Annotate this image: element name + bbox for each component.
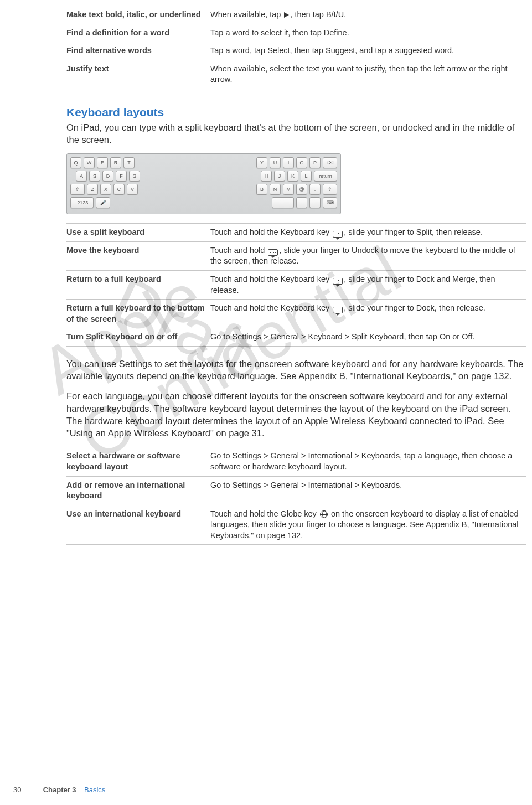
- key: L: [301, 171, 312, 182]
- keyboard-layout-table: Select a hardware or software keyboard l…: [66, 447, 526, 545]
- key: Z: [87, 184, 98, 195]
- keyboard-icon: [268, 249, 278, 256]
- key: G: [129, 171, 140, 182]
- row-label: Select a hardware or software keyboard l…: [66, 447, 210, 476]
- row-label: Return a full keyboard to the bottom of …: [66, 300, 210, 328]
- row-value: Go to Settings > General > International…: [210, 447, 526, 476]
- body-paragraph: For each language, you can choose differ…: [66, 390, 526, 439]
- row-label: Find a definition for a word: [66, 24, 210, 42]
- table-row: Add or remove an international keyboard …: [66, 476, 526, 505]
- split-keyboard-figure: QWERTASDFG⇧ZXCV.?123🎤 YUIOP⌫HJKLreturnBN…: [66, 153, 526, 214]
- table-row: Find a definition for a word Tap a word …: [66, 24, 526, 42]
- key: W: [84, 157, 95, 168]
- table-row: Use a split keyboard Touch and hold the …: [66, 224, 526, 242]
- row-label: Move the keyboard: [66, 241, 210, 270]
- row-value: Touch and hold , slide your finger to Un…: [210, 241, 526, 270]
- row-label: Justify text: [66, 60, 210, 89]
- row-value: Go to Settings > General > International…: [210, 476, 526, 505]
- body-paragraph: You can use Settings to set the layouts …: [66, 358, 526, 383]
- key: P: [309, 157, 321, 168]
- key: K: [287, 171, 298, 182]
- keyboard-icon: [333, 231, 343, 238]
- chapter-title: Basics: [84, 786, 105, 794]
- key: ⌫: [323, 157, 337, 168]
- key: H: [261, 171, 272, 182]
- table-row: Make text bold, italic, or underlined Wh…: [66, 6, 526, 24]
- key: N: [270, 184, 281, 195]
- page-footer: 30 Chapter 3 Basics: [13, 786, 105, 794]
- intro-paragraph: On iPad, you can type with a split keybo…: [66, 121, 526, 146]
- key: F: [116, 171, 127, 182]
- key: _: [296, 197, 307, 208]
- key: J: [274, 171, 285, 182]
- key: @: [296, 184, 307, 195]
- key: T: [123, 157, 135, 168]
- key: Y: [256, 157, 267, 168]
- table-row: Use an international keyboard Touch and …: [66, 505, 526, 545]
- key: Q: [70, 157, 81, 168]
- table-row: Return a full keyboard to the bottom of …: [66, 300, 526, 328]
- row-value: When available, tap , then tap B/I/U.: [210, 6, 526, 24]
- page-number: 30: [13, 786, 41, 794]
- key: D: [102, 171, 113, 182]
- table-row: Move the keyboard Touch and hold , slide…: [66, 241, 526, 270]
- row-label: Make text bold, italic, or underlined: [66, 6, 210, 24]
- play-triangle-icon: [284, 12, 289, 18]
- row-value: Touch and hold the Keyboard key , slide …: [210, 224, 526, 242]
- table-row: Justify text When available, select the …: [66, 60, 526, 89]
- key: -: [309, 197, 321, 208]
- row-value: When available, select the text you want…: [210, 60, 526, 89]
- key: O: [296, 157, 307, 168]
- row-value: Tap a word to select it, then tap Define…: [210, 24, 526, 42]
- row-value: Tap a word, tap Select, then tap Suggest…: [210, 42, 526, 60]
- key: I: [283, 157, 294, 168]
- key: ⇧: [70, 184, 85, 195]
- section-heading: Keyboard layouts: [66, 106, 526, 119]
- row-value: Touch and hold the Globe key on the onsc…: [210, 505, 526, 545]
- row-label: Add or remove an international keyboard: [66, 476, 210, 505]
- key: 🎤: [96, 197, 110, 208]
- keyboard-icon: [333, 307, 343, 313]
- key: ⇧: [323, 184, 337, 195]
- key: X: [100, 184, 111, 195]
- table-row: Select a hardware or software keyboard l…: [66, 447, 526, 476]
- row-label: Use an international keyboard: [66, 505, 210, 545]
- key: E: [97, 157, 108, 168]
- row-label: Return to a full keyboard: [66, 271, 210, 300]
- key: return: [314, 171, 337, 182]
- key: B: [256, 184, 267, 195]
- row-label: Find alternative words: [66, 42, 210, 60]
- key: A: [76, 171, 87, 182]
- key: [272, 197, 294, 208]
- key: C: [113, 184, 125, 195]
- key: ⌨: [323, 197, 337, 208]
- key: U: [270, 157, 281, 168]
- key: M: [283, 184, 294, 195]
- row-value: Go to Settings > General > Keyboard > Sp…: [210, 328, 526, 347]
- table-row: Find alternative words Tap a word, tap S…: [66, 42, 526, 60]
- table-row: Turn Split Keyboard on or off Go to Sett…: [66, 328, 526, 347]
- key: V: [127, 184, 138, 195]
- keyboard-icon: [333, 278, 343, 285]
- key: S: [89, 171, 100, 182]
- text-editing-table: Make text bold, italic, or underlined Wh…: [66, 6, 526, 89]
- globe-icon: [320, 510, 328, 518]
- key: .?123: [70, 197, 94, 208]
- split-keyboard-table: Use a split keyboard Touch and hold the …: [66, 223, 526, 347]
- row-label: Turn Split Keyboard on or off: [66, 328, 210, 347]
- key: .: [309, 184, 321, 195]
- table-row: Return to a full keyboard Touch and hold…: [66, 271, 526, 300]
- key: R: [110, 157, 121, 168]
- chapter-label: Chapter 3: [43, 786, 76, 794]
- row-value: Touch and hold the Keyboard key , slide …: [210, 271, 526, 300]
- row-label: Use a split keyboard: [66, 224, 210, 242]
- row-value: Touch and hold the Keyboard key , slide …: [210, 300, 526, 328]
